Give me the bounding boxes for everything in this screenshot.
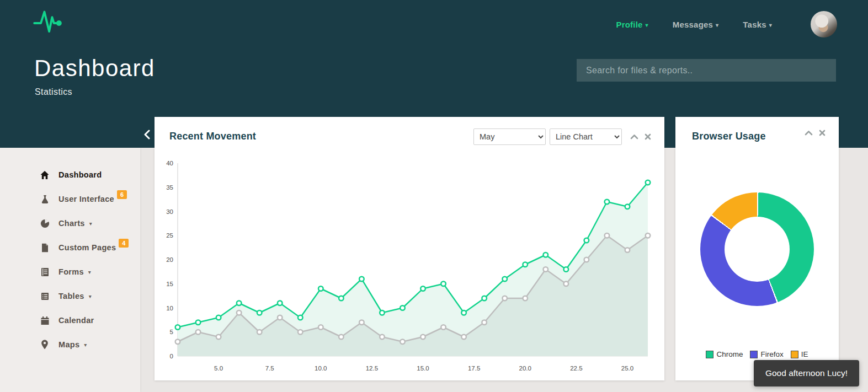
legend-item-chrome: Chrome xyxy=(706,350,743,358)
chevron-down-icon: ▾ xyxy=(769,22,772,28)
collapse-panel-button[interactable] xyxy=(803,129,814,137)
sidebar-item-label: User Interface xyxy=(58,195,114,203)
notification-badge: 4 xyxy=(119,239,129,248)
svg-text:12.5: 12.5 xyxy=(366,365,378,372)
collapse-panel-button[interactable] xyxy=(629,133,640,141)
legend-item-ie: IE xyxy=(791,350,808,358)
search-input[interactable] xyxy=(577,59,836,82)
legend-label: Firefox xyxy=(760,350,783,358)
close-icon xyxy=(645,133,651,140)
svg-text:15: 15 xyxy=(166,281,173,287)
chevron-down-icon: ▾ xyxy=(88,269,91,275)
nav-messages[interactable]: Messages ▾ xyxy=(673,20,719,29)
svg-text:20.0: 20.0 xyxy=(519,365,531,372)
sidebar-item-calendar[interactable]: Calendar xyxy=(0,308,140,332)
svg-text:7.5: 7.5 xyxy=(265,365,274,372)
flask-icon xyxy=(39,195,50,204)
panel-title: Browser Usage xyxy=(692,131,766,142)
nav-profile-label: Profile xyxy=(616,20,642,29)
chevron-down-icon: ▾ xyxy=(84,342,87,348)
svg-text:20: 20 xyxy=(166,256,173,263)
svg-text:10.0: 10.0 xyxy=(315,365,327,372)
chevron-up-icon xyxy=(805,130,813,136)
sidebar-item-tables[interactable]: Tables ▾ xyxy=(0,284,140,308)
nav-tasks-label: Tasks xyxy=(743,20,766,29)
sidebar-item-user-interface[interactable]: User Interface 6 xyxy=(0,187,140,211)
chevron-down-icon: ▾ xyxy=(89,221,92,227)
tables-icon xyxy=(39,292,50,301)
nav-messages-label: Messages xyxy=(673,20,713,29)
svg-text:35: 35 xyxy=(166,184,173,191)
map-pin-icon xyxy=(39,340,50,350)
pulse-logo-icon xyxy=(33,8,64,39)
close-panel-button[interactable] xyxy=(818,128,827,137)
svg-text:25.0: 25.0 xyxy=(621,365,633,372)
sidebar-item-label: Custom Pages xyxy=(58,243,116,252)
legend-swatch xyxy=(791,351,798,358)
svg-text:5: 5 xyxy=(170,329,173,335)
svg-text:30: 30 xyxy=(166,208,173,215)
page-subtitle: Statistics xyxy=(35,87,72,97)
legend-label: Chrome xyxy=(716,350,743,358)
browser-usage-panel: Browser Usage ChromeFirefoxIE xyxy=(675,117,839,380)
sidebar-item-label: Dashboard xyxy=(58,170,102,179)
sidebar-item-label: Forms xyxy=(58,267,84,276)
legend-item-firefox: Firefox xyxy=(750,350,783,358)
greeting-toast: Good afternoon Lucy! xyxy=(754,360,859,386)
svg-text:22.5: 22.5 xyxy=(570,365,582,372)
line-chart: 05101520253035405.07.510.012.515.017.520… xyxy=(155,157,664,378)
page-title: Dashboard xyxy=(34,55,155,82)
nav-profile[interactable]: Profile ▾ xyxy=(616,20,648,29)
notification-badge: 6 xyxy=(117,190,127,199)
pages-icon xyxy=(39,243,50,253)
close-panel-button[interactable] xyxy=(643,132,652,141)
sidebar: Dashboard User Interface 6 Charts ▾ Cust… xyxy=(0,148,140,392)
user-avatar[interactable] xyxy=(811,11,837,37)
sidebar-item-custom-pages[interactable]: Custom Pages 4 xyxy=(0,235,140,260)
svg-text:40: 40 xyxy=(166,160,173,167)
sidebar-item-label: Calendar xyxy=(58,316,94,325)
legend-swatch xyxy=(706,351,713,358)
legend-label: IE xyxy=(801,350,808,358)
svg-text:15.0: 15.0 xyxy=(417,365,429,372)
chevron-up-icon xyxy=(630,134,638,139)
sidebar-item-charts[interactable]: Charts ▾ xyxy=(0,211,140,235)
sidebar-item-forms[interactable]: Forms ▾ xyxy=(0,260,140,284)
sidebar-item-maps[interactable]: Maps ▾ xyxy=(0,332,140,357)
sidebar-collapse-toggle[interactable] xyxy=(141,128,153,142)
donut-chart xyxy=(700,192,814,306)
chevron-down-icon: ▾ xyxy=(646,22,648,28)
legend-swatch xyxy=(750,351,758,358)
svg-text:10: 10 xyxy=(166,305,173,312)
top-navigation: Profile ▾ Messages ▾ Tasks ▾ xyxy=(616,11,837,37)
month-select[interactable]: May xyxy=(473,128,546,145)
panel-title: Recent Movement xyxy=(169,131,256,142)
panel-controls: May Line Chart xyxy=(473,128,652,145)
chevron-down-icon: ▾ xyxy=(716,22,718,28)
chart-type-select[interactable]: Line Chart xyxy=(550,128,622,145)
pie-chart-icon xyxy=(39,219,50,228)
sidebar-item-dashboard[interactable]: Dashboard xyxy=(0,163,140,187)
chevron-down-icon: ▾ xyxy=(89,293,92,299)
svg-text:0: 0 xyxy=(170,353,173,359)
nav-tasks[interactable]: Tasks ▾ xyxy=(743,20,772,29)
sidebar-item-label: Maps xyxy=(58,340,79,349)
forms-icon xyxy=(39,267,50,277)
close-icon xyxy=(819,130,826,136)
chevron-left-icon xyxy=(143,130,151,139)
home-icon xyxy=(39,170,50,180)
calendar-icon xyxy=(39,316,50,325)
svg-text:5.0: 5.0 xyxy=(214,365,223,372)
sidebar-item-label: Tables xyxy=(58,292,84,300)
chart-legend: ChromeFirefoxIE xyxy=(675,350,839,358)
sidebar-list: Dashboard User Interface 6 Charts ▾ Cust… xyxy=(0,148,140,357)
recent-movement-panel: Recent Movement May Line Chart 051015202… xyxy=(155,117,664,380)
donut-hole xyxy=(725,217,790,282)
panel-controls xyxy=(803,128,827,137)
svg-text:17.5: 17.5 xyxy=(468,365,480,372)
sidebar-item-label: Charts xyxy=(58,219,85,228)
svg-text:25: 25 xyxy=(166,232,173,239)
